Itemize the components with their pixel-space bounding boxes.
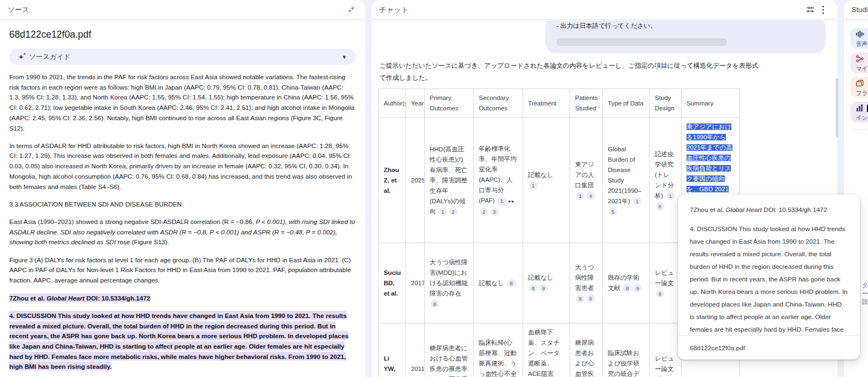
citation-source-filename: 68d122ce12f0a.pdf (690, 344, 745, 352)
table-cell: レビュー論文 11 (650, 323, 682, 377)
table-cell: 臨床試験および疫学研究の統合データ 1920 (603, 323, 650, 377)
chat-scrollbar[interactable] (836, 78, 838, 137)
source-paragraph: 7Zhou et al. Global Heart DOI: 10.5334/g… (9, 293, 356, 303)
citation-badge[interactable]: 9 (587, 294, 595, 303)
source-paragraph: Figure 3 (A) DALYs for risk factors at l… (9, 255, 356, 286)
table-cell: 既存の学術文献 89 (603, 243, 650, 323)
truncated-text-fragment: 説 (862, 298, 868, 306)
studio-panel-header: Studio (844, 0, 868, 20)
cell-text: 大うつ病性障害患者 (575, 264, 594, 291)
chat-panel-header: チャット (372, 0, 837, 20)
studio-card-mindmap[interactable]: マイ (851, 52, 868, 73)
table-cell: 記載なし 89 (523, 243, 570, 323)
citation-badge[interactable]: 3 (490, 208, 498, 216)
column-header: Summary (682, 89, 740, 118)
barchart-icon (856, 104, 863, 114)
citation-badge[interactable]: 4 (587, 192, 595, 200)
cell-text: 2025 (411, 177, 425, 184)
sparkle-icon: ✦✦ (18, 54, 24, 61)
citation-badge[interactable]: 9 (656, 290, 664, 298)
source-paragraph: From 1990 to 2021, the trends in the PAF… (9, 72, 356, 133)
citation-badge[interactable]: 8 (507, 279, 515, 287)
table-cell: 血糖降下薬、スタチン、ベータ遮断薬、ACE阻害薬、冠動脈血行再建術 16… (523, 323, 570, 377)
table-cell: 2017 (406, 243, 425, 323)
studio-divider (852, 129, 868, 130)
cell-text: HHD(高血圧性心疾患)の有病率、死亡率、障害調整生存年(DALYs)の傾向 (430, 146, 467, 215)
source-paragraph: In terms of ASDALR for HHD attributable … (9, 141, 356, 192)
source-paragraph: 4. DISCUSSION This study looked at how H… (9, 310, 356, 372)
flashcards-icon (856, 79, 864, 89)
citation-popup-text: 4. DISCUSSION This study looked at how H… (690, 223, 848, 335)
table-cell: 東アジアの人口集団 14 (570, 118, 603, 243)
user-message-text: - 出力は日本語で行ってください。 (556, 21, 814, 30)
cell-text: 糖尿病患者における心血管疾患の罹患率および死亡率 (430, 345, 468, 377)
redacted-content (556, 38, 727, 46)
citation-badge[interactable]: 6 (656, 202, 664, 210)
sources-panel-header: ソース (0, 0, 365, 20)
citation-badge[interactable]: 1 (529, 181, 537, 190)
source-paragraph: 3.3 ASSOCIATION BETWEEN SDI AND DISEASE … (9, 199, 356, 210)
source-file-title: 68d122ce12f0a.pdf (9, 29, 356, 40)
column-header: Patients Studied (570, 89, 603, 118)
source-guide-toggle[interactable]: ✦✦ ソースガイド ▼ (9, 49, 356, 65)
citation-badge[interactable]: 5 (609, 208, 617, 216)
citation-popup: 7Zhou et al. Global Heart DOI: 10.5334/g… (678, 195, 860, 360)
table-cell: HHD(高血圧性心疾患)の有病率、死亡率、障害調整生存年(DALYs)の傾向 1… (425, 118, 474, 243)
citation-badge[interactable]: 1 (439, 208, 447, 216)
mindmap-icon (856, 55, 864, 64)
column-header: Author(s) (379, 89, 406, 118)
studio-card-label: 音声 (856, 40, 868, 48)
chevron-down-icon[interactable]: ▼ (342, 54, 347, 60)
citation-badge[interactable]: 1 (576, 192, 584, 200)
source-paragraph: East Asia (1990–2021) showed a strong ne… (9, 217, 356, 248)
citation-badge[interactable]: 1 (497, 197, 506, 205)
citation-popup-source[interactable]: 68d122ce12f0a.pdf (678, 335, 860, 360)
sources-panel: ソース 68d122ce12f0a.pdf ✦✦ ソースガイド ▼ From 1… (0, 0, 365, 377)
table-cell: 大うつ病性障害患者 89 (570, 243, 603, 323)
citation-badge[interactable]: 9 (634, 284, 642, 292)
citation-badge[interactable]: 9 (539, 284, 548, 292)
studio-text-fragments: ター説 (862, 281, 868, 305)
studio-card-audio[interactable]: 音声 (851, 28, 868, 49)
table-cell: Li YW, et al. (379, 323, 406, 377)
citation-badge[interactable]: 8 (529, 284, 537, 292)
citation-badge[interactable]: 8 (431, 300, 439, 308)
cell-text: 記載なし (528, 274, 554, 281)
cell-text: レビュー論文 (655, 269, 674, 286)
table-cell: 年齢標準化率、年間平均変化率(AAPC)、人口寄与分(PAF) 1▸◂23 (474, 118, 523, 243)
column-header: Secondary Outcomes (474, 89, 523, 118)
table-cell: 記載なし 1 (523, 118, 570, 243)
studio-card-label: マイ (856, 65, 868, 73)
user-message-bubble: - 出力は日本語で行ってください。 (546, 20, 825, 53)
column-header: Primary Outcomes (425, 89, 474, 118)
citation-badge[interactable]: 2 (449, 208, 458, 216)
table-cell: レビュー論文 9 (650, 243, 682, 323)
studio-card-flash[interactable]: フラ (851, 77, 868, 98)
column-header: Year (406, 89, 425, 118)
citation-badge[interactable]: 1 (633, 197, 641, 205)
column-header: Study Design (650, 89, 682, 118)
cell-text: Zhou Z, et al. (384, 167, 399, 194)
table-cell: 大うつ病性障害(MDD)における認知機能障害の存在 8 (425, 243, 474, 323)
notebook-app: ソース 68d122ce12f0a.pdf ✦✦ ソースガイド ▼ From 1… (0, 0, 868, 377)
truncated-text-fragment: タ (862, 281, 868, 290)
citation-badge[interactable]: 1 (666, 192, 675, 200)
collapse-panel-icon[interactable] (344, 3, 357, 16)
table-cell: 記述疫学研究(トレンド分析) 16 (650, 118, 682, 243)
sources-panel-title: ソース (8, 5, 30, 15)
source-guide-label: ソースガイド (29, 52, 71, 62)
waveform-icon (856, 30, 864, 40)
citation-badge[interactable]: 8 (623, 284, 631, 292)
citation-badge[interactable]: 2 (480, 208, 488, 216)
more-options-icon[interactable] (817, 3, 830, 16)
table-cell: Global Burden of Disease Study 2021(1990… (603, 118, 650, 243)
studio-card-info[interactable]: イン (851, 102, 868, 122)
citation-popup-body: 7Zhou et al. Global Heart DOI: 10.5334/g… (678, 195, 860, 335)
citation-badge[interactable]: 8 (576, 294, 584, 303)
tune-icon[interactable] (804, 3, 817, 16)
source-content: From 1990 to 2021, the trends in the PAF… (9, 72, 356, 377)
studio-cards: 音声マイフライン (844, 20, 868, 122)
table-cell: 糖尿病患者および心血管疾患患者 1112 (570, 323, 603, 377)
source-document: 68d122ce12f0a.pdf ✦✦ ソースガイド ▼ From 1990 … (0, 29, 365, 377)
cell-text: 記載なし (528, 172, 554, 178)
